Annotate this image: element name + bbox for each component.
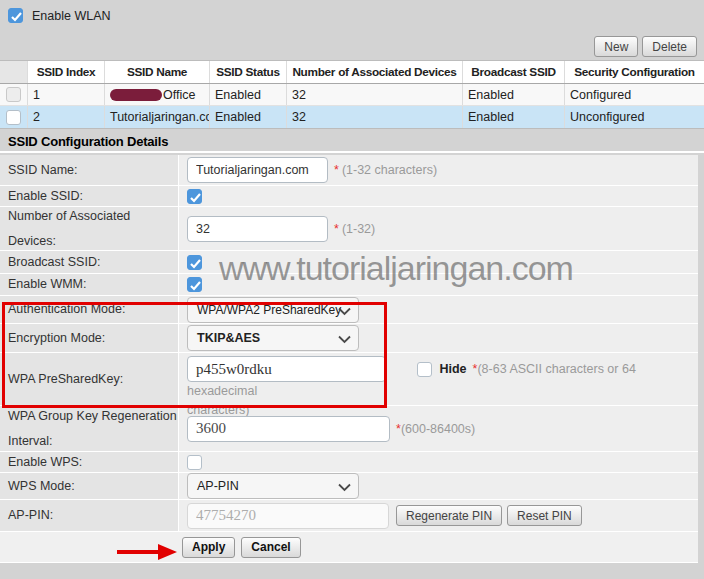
enable-wlan-checkbox[interactable] <box>8 8 23 23</box>
new-button[interactable]: New <box>594 36 638 57</box>
cell-security: Configured <box>565 84 704 105</box>
cell-ssid-name: Tutorialjaringan.com <box>105 106 210 128</box>
ap-pin-input <box>187 503 389 529</box>
associated-devices-input[interactable] <box>187 216 328 242</box>
col-ssid-index: SSID Index <box>28 61 105 83</box>
ssid-name-label: SSID Name: <box>0 155 179 185</box>
form-row-wpa-presharedkey: WPA PreSharedKey: Hide*(8-63 ASCII chara… <box>0 353 698 406</box>
table-toolbar: New Delete <box>594 36 697 57</box>
authentication-mode-label: Authentication Mode: <box>0 296 179 323</box>
form-row-associated-devices: Number of Associated Devices: * (1-32) <box>0 207 698 251</box>
wlan-settings-page: Enable WLAN New Delete SSID Index SSID N… <box>0 0 704 579</box>
form-row-authentication-mode: Authentication Mode: WPA/WPA2 PreSharedK… <box>0 296 698 324</box>
form-row-wpa-group-interval: WPA Group Key Regeneration Interval: * (… <box>0 406 698 452</box>
cancel-button[interactable]: Cancel <box>241 537 300 558</box>
ap-pin-label: AP-PIN: <box>0 500 179 531</box>
enable-wps-checkbox[interactable] <box>187 455 202 470</box>
form-row-enable-wmm: Enable WMM: <box>0 274 698 296</box>
checkmark-icon <box>10 11 23 22</box>
checkmark-icon <box>189 280 202 291</box>
cell-devices: 32 <box>287 84 463 105</box>
reset-pin-button[interactable]: Reset PIN <box>507 505 582 526</box>
required-asterisk: * <box>334 163 339 177</box>
enable-wmm-checkbox[interactable] <box>187 277 202 292</box>
enable-wlan-row: Enable WLAN <box>8 8 111 23</box>
required-asterisk: * <box>334 222 339 236</box>
cell-ssid-index: 1 <box>28 84 105 105</box>
selected-value: WPA/WPA2 PreSharedKey <box>197 303 341 317</box>
table-row[interactable]: 2 Tutorialjaringan.com Enabled 32 Enable… <box>0 106 704 128</box>
cell-ssid-status: Enabled <box>210 106 287 128</box>
cell-ssid-status: Enabled <box>210 84 287 105</box>
wpa-presharedkey-label: WPA PreSharedKey: <box>0 353 179 405</box>
enable-ssid-checkbox[interactable] <box>187 189 202 204</box>
col-ssid-name: SSID Name <box>105 61 210 83</box>
broadcast-ssid-checkbox[interactable] <box>187 255 202 270</box>
authentication-mode-select[interactable]: WPA/WPA2 PreSharedKey <box>187 297 359 323</box>
chevron-down-icon <box>337 307 352 316</box>
enable-wlan-label: Enable WLAN <box>32 9 111 23</box>
wpa-presharedkey-input[interactable] <box>187 356 386 382</box>
associated-devices-label: Number of Associated Devices: <box>0 207 179 250</box>
form-row-enable-wps: Enable WPS: <box>0 452 698 473</box>
ssid-configuration-form: SSID Name: * (1-32 characters) Enable SS… <box>0 155 698 563</box>
enable-wps-label: Enable WPS: <box>0 452 179 472</box>
wpa-group-interval-input[interactable] <box>187 416 390 442</box>
enable-wmm-label: Enable WMM: <box>0 274 179 295</box>
wps-mode-select[interactable]: AP-PIN <box>187 473 359 499</box>
checkmark-icon <box>189 258 202 269</box>
section-title: SSID Configuration Details <box>0 131 704 153</box>
wpa-group-interval-label: WPA Group Key Regeneration Interval: <box>0 406 179 451</box>
form-row-broadcast-ssid: Broadcast SSID: <box>0 251 698 274</box>
hide-password-checkbox[interactable] <box>417 362 432 377</box>
cell-devices: 32 <box>287 106 463 128</box>
ssid-table: SSID Index SSID Name SSID Status Number … <box>0 60 704 129</box>
form-row-ap-pin: AP-PIN: Regenerate PIN Reset PIN <box>0 500 698 532</box>
ssid-name-input[interactable] <box>187 157 328 183</box>
cell-security: Unconfigured <box>565 106 704 128</box>
checkmark-icon <box>189 192 202 203</box>
ssid-table-header: SSID Index SSID Name SSID Status Number … <box>0 61 704 84</box>
col-ssid-status: SSID Status <box>210 61 287 83</box>
form-row-wps-mode: WPS Mode: AP-PIN <box>0 473 698 500</box>
redaction-blob <box>110 89 162 101</box>
associated-devices-hint: (1-32) <box>342 222 375 236</box>
chevron-down-icon <box>337 335 352 344</box>
col-associated-devices: Number of Associated Devices <box>287 61 463 83</box>
selected-value: AP-PIN <box>197 479 239 493</box>
form-actions-row: Apply Cancel <box>0 532 698 563</box>
cell-ssid-name: Office <box>105 84 210 105</box>
delete-button[interactable]: Delete <box>642 36 697 57</box>
chevron-down-icon <box>337 483 352 492</box>
header-checkbox-cell <box>0 61 28 83</box>
regenerate-pin-button[interactable]: Regenerate PIN <box>396 505 502 526</box>
table-row[interactable]: 1 Office Enabled 32 Enabled Configured <box>0 84 704 106</box>
cell-broadcast: Enabled <box>463 106 565 128</box>
wps-mode-label: WPS Mode: <box>0 473 179 499</box>
ssid-name-hint: (1-32 characters) <box>342 163 437 177</box>
cell-broadcast: Enabled <box>463 84 565 105</box>
selected-value: TKIP&AES <box>197 331 260 345</box>
encryption-mode-label: Encryption Mode: <box>0 324 179 352</box>
col-broadcast-ssid: Broadcast SSID <box>463 61 565 83</box>
form-row-encryption-mode: Encryption Mode: TKIP&AES <box>0 324 698 353</box>
broadcast-ssid-label: Broadcast SSID: <box>0 251 179 273</box>
form-row-ssid-name: SSID Name: * (1-32 characters) <box>0 155 698 186</box>
apply-button[interactable]: Apply <box>182 537 235 558</box>
col-security-configuration: Security Configuration <box>565 61 704 83</box>
hide-label: Hide <box>439 362 466 376</box>
row-select-checkbox[interactable] <box>6 87 21 102</box>
row-select-checkbox[interactable] <box>6 110 21 125</box>
cell-ssid-index: 2 <box>28 106 105 128</box>
wpa-group-interval-hint: (600-86400s) <box>401 422 475 436</box>
encryption-mode-select[interactable]: TKIP&AES <box>187 325 359 351</box>
